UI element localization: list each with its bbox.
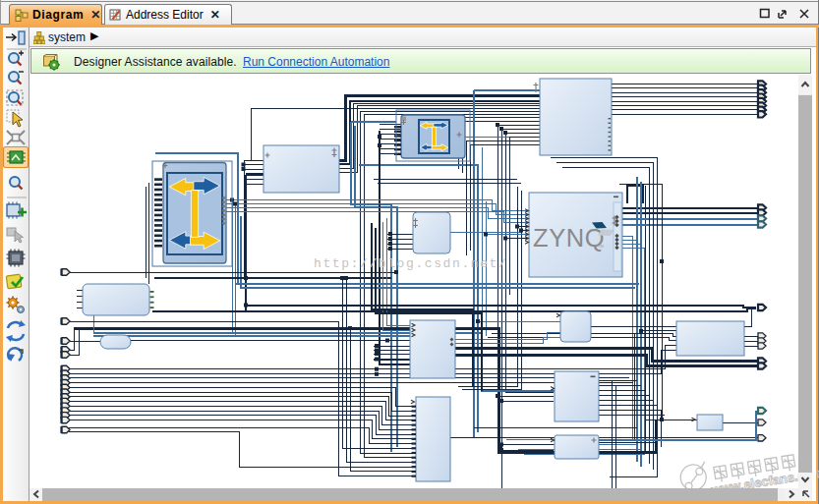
svg-text:http://blog.csdn.net/: http://blog.csdn.net/ [314, 256, 507, 271]
svg-text:ZYNQ: ZYNQ [533, 224, 605, 252]
svg-text:TM: TM [598, 244, 604, 249]
